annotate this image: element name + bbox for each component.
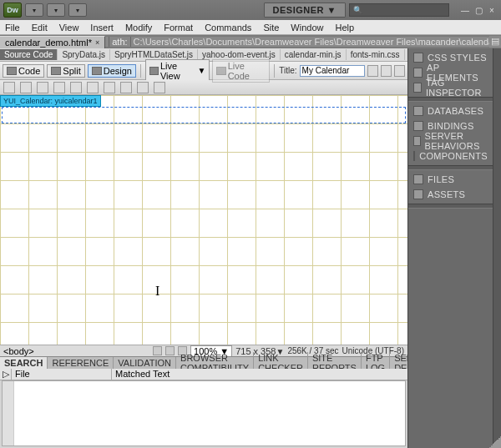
live-code-button[interactable]: Live Code — [212, 59, 270, 83]
layout-dropdown[interactable]: ▾ — [25, 3, 43, 17]
maximize-button[interactable]: ▢ — [473, 5, 484, 15]
panel-label: DATABASES — [428, 106, 483, 116]
work-column: Source Code SpryData.js SpryHTMLDataSet.… — [0, 48, 407, 448]
related-file[interactable]: calendar-min.js — [281, 49, 347, 60]
menu-commands[interactable]: Commands — [205, 23, 251, 33]
files-icon — [413, 174, 423, 184]
results-body[interactable] — [2, 380, 406, 446]
path-value: C:\Users\Charles\Documents\Dreamweaver F… — [134, 37, 489, 47]
design-canvas[interactable]: YUI_Calendar: yuicalendar1 I — [0, 95, 407, 345]
related-file[interactable]: SpryData.js — [58, 49, 110, 60]
resize-grip-icon[interactable] — [489, 436, 501, 448]
code-view-button[interactable]: Code — [3, 64, 44, 78]
path-prefix: ath: — [109, 37, 130, 47]
select-tool-icon[interactable] — [153, 346, 162, 355]
workspace-label: DESIGNER — [273, 5, 324, 15]
menu-format[interactable]: Format — [164, 23, 193, 33]
panel-label: BINDINGS — [428, 121, 474, 131]
panel-group-files: FILES ASSETS — [408, 170, 493, 204]
app-logo-icon[interactable]: Dw — [3, 3, 22, 18]
menu-modify[interactable]: Modify — [125, 23, 152, 33]
results-run-icon[interactable]: ▷ — [0, 369, 12, 380]
panel-label: COMPONENTS — [419, 151, 488, 161]
document-tabs: calendar_demo.html* × ath:C:\Users\Charl… — [0, 35, 501, 48]
related-file[interactable]: fonts-min.css — [347, 49, 405, 60]
preview-icon[interactable] — [381, 65, 392, 77]
print-icon[interactable] — [70, 82, 82, 93]
panel-assets[interactable]: ASSETS — [408, 187, 493, 202]
cut-icon[interactable] — [87, 82, 99, 93]
view-toolbar: Code Split Design Live View▼ Live Code T… — [0, 62, 407, 80]
server-icon — [413, 136, 421, 146]
results-gutter — [3, 381, 14, 445]
results-tab-reference[interactable]: REFERENCE — [48, 357, 114, 369]
close-button[interactable]: × — [486, 5, 498, 15]
document-path: ath:C:\Users\Charles\Documents\Dreamweav… — [105, 37, 489, 47]
collapsed-panel-strip[interactable] — [493, 48, 501, 448]
widget-tag[interactable]: YUI_Calendar: yuicalendar1 — [0, 95, 101, 107]
panel-databases[interactable]: DATABASES — [408, 103, 493, 118]
db-icon — [413, 106, 423, 116]
tag-selector[interactable]: <body> — [0, 346, 38, 356]
file-mgmt-icon[interactable] — [367, 65, 378, 77]
hand-tool-icon[interactable] — [165, 346, 175, 355]
split-label: Split — [63, 66, 80, 76]
open-icon[interactable] — [20, 82, 32, 93]
live-view-button[interactable]: Live View▼ — [145, 59, 210, 83]
menu-window[interactable]: Window — [291, 23, 323, 33]
results-col-matched[interactable]: Matched Text — [112, 369, 407, 380]
menu-file[interactable]: File — [5, 23, 20, 33]
panel-label: CSS STYLES — [428, 53, 487, 63]
panel-group-css: CSS STYLES AP ELEMENTS TAG INSPECTOR — [408, 48, 493, 97]
panel-label: TAG INSPECTOR — [426, 78, 488, 98]
close-tab-icon[interactable]: × — [95, 38, 99, 47]
menu-insert[interactable]: Insert — [90, 23, 114, 33]
menu-edit[interactable]: Edit — [32, 23, 48, 33]
code-label: Code — [18, 66, 40, 76]
search-input[interactable]: 🔍 — [349, 3, 449, 17]
menu-site[interactable]: Site — [263, 23, 279, 33]
title-input[interactable] — [300, 65, 365, 77]
save-icon[interactable] — [37, 82, 48, 93]
new-icon[interactable] — [3, 82, 15, 93]
split-view-button[interactable]: Split — [47, 64, 84, 78]
css-icon — [413, 53, 423, 63]
workspace-switcher[interactable]: DESIGNER ▼ — [264, 3, 346, 18]
results-tab-validation[interactable]: VALIDATION — [114, 357, 176, 369]
bindings-icon — [413, 121, 423, 131]
panel-menu-icon[interactable]: ▤ — [489, 36, 501, 48]
refresh-tb-icon[interactable] — [394, 65, 405, 77]
menu-view[interactable]: View — [59, 23, 79, 33]
panel-tag-inspector[interactable]: TAG INSPECTOR — [408, 80, 493, 95]
related-file[interactable]: Source Code — [0, 49, 58, 60]
copy-icon[interactable] — [104, 82, 115, 93]
code-icon — [7, 67, 17, 75]
site-dropdown[interactable]: ▾ — [68, 3, 87, 17]
standard-toolbar — [0, 80, 407, 95]
panel-components[interactable]: COMPONENTS — [408, 148, 493, 164]
redo-icon[interactable] — [154, 82, 165, 93]
design-view-button[interactable]: Design — [88, 64, 136, 78]
menu-help[interactable]: Help — [335, 23, 354, 33]
paste-icon[interactable] — [120, 82, 132, 93]
extend-dropdown[interactable]: ▾ — [47, 3, 65, 17]
results-col-file[interactable]: File — [12, 369, 112, 380]
doc-tab-calendar[interactable]: calendar_demo.html* × — [0, 36, 105, 48]
saveall-icon[interactable] — [53, 82, 65, 93]
panel-group-data: DATABASES BINDINGS SERVER BEHAVIORS COMP… — [408, 102, 493, 165]
results-header: ▷ File Matched Text — [0, 369, 407, 380]
panel-label: SERVER BEHAVIORS — [425, 131, 488, 151]
livecode-icon — [216, 67, 225, 75]
panel-files[interactable]: FILES — [408, 172, 493, 187]
design-icon — [92, 67, 102, 75]
doc-tab-label: calendar_demo.html* — [5, 38, 92, 48]
liveview-icon — [149, 67, 159, 75]
minimize-button[interactable]: — — [459, 5, 471, 15]
undo-icon[interactable] — [137, 82, 149, 93]
side-panels: CSS STYLES AP ELEMENTS TAG INSPECTOR DAT… — [407, 48, 493, 448]
text-cursor-icon: I — [155, 284, 159, 299]
selected-widget-outline[interactable] — [2, 107, 406, 123]
menubar: File Edit View Insert Modify Format Comm… — [0, 20, 501, 35]
panel-server-behaviors[interactable]: SERVER BEHAVIORS — [408, 133, 493, 148]
results-tab-search[interactable]: SEARCH — [0, 357, 48, 369]
